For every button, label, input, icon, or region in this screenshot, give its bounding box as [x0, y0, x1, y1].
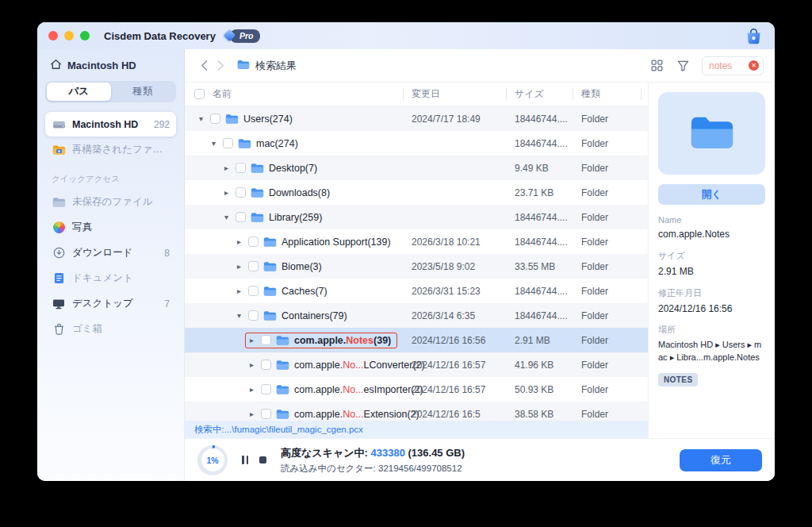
- row-checkbox[interactable]: [261, 335, 271, 345]
- upgrade-bag-icon[interactable]: [744, 27, 764, 45]
- source-selector[interactable]: Macintosh HD: [45, 56, 176, 79]
- row-checkbox[interactable]: [261, 409, 271, 419]
- row-checkbox[interactable]: [248, 286, 259, 296]
- search-input[interactable]: notes ✕: [702, 56, 764, 75]
- table-row[interactable]: ▾Containers(79)2026/3/14 6:3518446744...…: [185, 303, 648, 328]
- filter-icon[interactable]: [677, 60, 689, 71]
- disclosure-closed-icon[interactable]: ▸: [247, 361, 256, 369]
- zoom-window-button[interactable]: [80, 31, 90, 40]
- disclosure-closed-icon[interactable]: ▸: [247, 410, 256, 418]
- file-name: Biome(3): [282, 261, 322, 272]
- sidebar-item[interactable]: Macintosh HD292: [45, 112, 176, 137]
- pause-button[interactable]: [242, 456, 248, 464]
- row-checkbox[interactable]: [248, 261, 259, 271]
- field-modified-label: 修正年月日: [658, 287, 765, 299]
- search-match-text: Notes: [346, 335, 373, 346]
- file-kind: Folder: [573, 409, 642, 420]
- sidebar-item-label: ドキュメント: [72, 271, 170, 285]
- sidebar-item[interactable]: ドキュメント: [45, 266, 176, 290]
- back-button[interactable]: [196, 60, 213, 71]
- disclosure-closed-icon[interactable]: ▸: [235, 287, 243, 295]
- table-row[interactable]: ▸com.apple.Notes(39)2024/12/16 16:562.91…: [185, 328, 648, 352]
- table-row[interactable]: ▸Desktop(7)9.49 KBFolder: [185, 156, 648, 180]
- row-checkbox[interactable]: [261, 384, 271, 394]
- name-cell: ▸com.apple.No...Extension(2): [245, 406, 404, 421]
- file-kind: Folder: [573, 212, 642, 223]
- disclosure-open-icon[interactable]: ▾: [235, 312, 243, 320]
- disclosure-closed-icon[interactable]: ▸: [222, 164, 231, 172]
- modified-date: 2024/12/16 16:57: [404, 384, 507, 395]
- file-name: Users(274): [243, 113, 293, 125]
- disclosure-closed-icon[interactable]: ▸: [247, 337, 256, 344]
- disclosure-closed-icon[interactable]: ▸: [235, 263, 243, 271]
- file-name: Library(259): [269, 212, 322, 223]
- minimize-window-button[interactable]: [64, 31, 74, 40]
- sidebar-item[interactable]: 写真: [45, 215, 176, 240]
- main-area: 検索結果 notes ✕: [185, 49, 775, 481]
- file-kind: Folder: [573, 310, 642, 321]
- grid-view-icon[interactable]: [651, 60, 663, 71]
- table-row[interactable]: ▸Downloads(8)23.71 KBFolder: [185, 180, 648, 205]
- row-checkbox[interactable]: [236, 163, 246, 173]
- table-row[interactable]: ▸Caches(7)2026/3/31 15:2318446744....Fol…: [185, 279, 648, 303]
- table-row[interactable]: ▸com.apple.No...Extension(2)2024/12/16 1…: [185, 402, 648, 421]
- table-row[interactable]: ▾Library(259)18446744....Folder: [185, 205, 648, 229]
- sidebar-item[interactable]: 再構築されたファイル: [45, 137, 176, 162]
- file-type-badge: NOTES: [658, 373, 698, 387]
- scan-size: (136.45 GB): [408, 447, 465, 459]
- table-row[interactable]: ▾mac(274)18446744....Folder: [185, 131, 648, 156]
- field-location-value: Macintosh HD ▸ Users ▸ mac ▸ Libra...m.a…: [658, 339, 765, 364]
- clear-search-icon[interactable]: ✕: [749, 60, 759, 71]
- progress-ring: 1%: [197, 445, 228, 475]
- disclosure-closed-icon[interactable]: ▸: [247, 386, 256, 394]
- drive-icon: [52, 120, 66, 129]
- row-checkbox[interactable]: [210, 113, 220, 124]
- table-row[interactable]: ▾Users(274)2024/7/17 18:4918446744....Fo…: [185, 106, 648, 131]
- disclosure-open-icon[interactable]: ▾: [197, 115, 205, 123]
- row-checkbox[interactable]: [261, 360, 271, 370]
- column-size: サイズ: [506, 88, 573, 100]
- tab-type[interactable]: 種類: [111, 83, 175, 101]
- select-all-checkbox[interactable]: [194, 89, 205, 99]
- file-name: Containers(79): [282, 310, 347, 321]
- row-checkbox[interactable]: [248, 310, 259, 321]
- disclosure-closed-icon[interactable]: ▸: [222, 189, 231, 197]
- table-row[interactable]: ▸com.apple.No...LConverter(2)2024/12/16 …: [185, 352, 648, 377]
- row-checkbox[interactable]: [236, 187, 246, 198]
- forward-button[interactable]: [213, 60, 229, 71]
- disclosure-open-icon[interactable]: ▾: [209, 140, 218, 148]
- file-size: 18446744....: [507, 310, 573, 321]
- folder-preview-icon: [689, 114, 735, 152]
- modified-date: 2026/3/14 6:35: [404, 310, 507, 321]
- sidebar: Macintosh HD パス 種類 Macintosh HD292再構築された…: [37, 49, 185, 481]
- trash-icon: [52, 323, 66, 335]
- file-name: Downloads(8): [269, 187, 330, 198]
- progress-percent: 1%: [201, 448, 224, 471]
- folder-icon: [263, 237, 277, 247]
- sidebar-item[interactable]: デスクトップ7: [45, 291, 176, 316]
- open-button[interactable]: 開く: [658, 184, 765, 205]
- field-location-label: 場所: [658, 324, 765, 336]
- sidebar-item[interactable]: 未保存のファイル: [45, 190, 176, 214]
- close-window-button[interactable]: [48, 31, 58, 40]
- table-row[interactable]: ▸com.apple.No...esImporter(2)2024/12/16 …: [185, 377, 648, 402]
- table-row[interactable]: ▸Biome(3)2023/5/18 9:0233.55 MBFolder: [185, 254, 648, 279]
- quick-access-heading: クイックアクセス: [52, 174, 170, 185]
- table-row[interactable]: ▸Application Support(139)2026/3/18 10:21…: [185, 229, 648, 254]
- row-checkbox[interactable]: [248, 237, 259, 247]
- folder-icon: [276, 409, 289, 419]
- folder-icon: [263, 310, 277, 321]
- preview-card: [658, 92, 765, 175]
- folder-breadcrumb-icon: [237, 60, 250, 71]
- row-checkbox[interactable]: [236, 212, 246, 222]
- disclosure-closed-icon[interactable]: ▸: [235, 238, 243, 246]
- disclosure-open-icon[interactable]: ▾: [222, 213, 231, 221]
- folder-icon: [251, 187, 264, 198]
- recover-button[interactable]: 復元: [680, 449, 762, 471]
- row-checkbox[interactable]: [223, 138, 233, 148]
- sidebar-item[interactable]: ゴミ箱: [45, 317, 176, 341]
- sidebar-item[interactable]: ダウンロード8: [45, 240, 176, 265]
- tab-path[interactable]: パス: [47, 83, 111, 101]
- stop-button[interactable]: [259, 456, 266, 464]
- file-size: 18446744....: [507, 237, 573, 248]
